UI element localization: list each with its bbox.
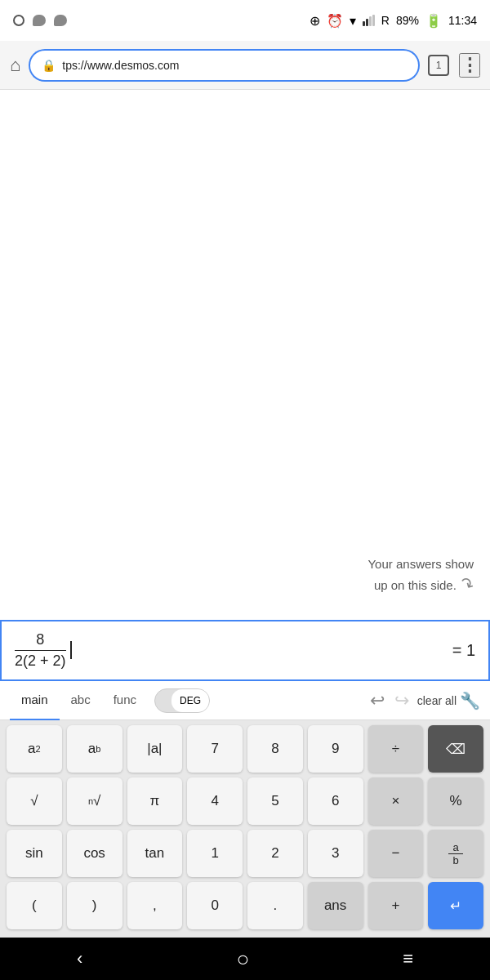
undo-button[interactable]: ↩ [365,690,390,711]
home-button[interactable]: ⌂ [10,55,20,76]
signal-icon [363,15,375,26]
navigation-bar: ‹ ○ ≡ [0,938,490,980]
alarm-icon: ⏰ [327,13,343,29]
status-bar: ⊕ ⏰ ▾ R 89% 🔋 11:34 [0,0,490,41]
status-bar-left [13,15,67,26]
key-2[interactable]: 2 [247,830,303,877]
tab-count-badge[interactable]: 1 [428,55,449,76]
key-nth-root[interactable]: n√ [67,777,122,825]
status-bar-right: ⊕ ⏰ ▾ R 89% 🔋 11:34 [310,13,477,29]
lock-icon: 🔒 [42,59,56,72]
key-abs[interactable]: |a| [127,725,183,773]
key-cos[interactable]: cos [67,830,122,877]
key-open-paren[interactable]: ( [7,882,62,929]
settings-button[interactable]: 🔧 [460,691,480,710]
tab-abc[interactable]: abc [60,681,102,720]
hint-text: Your answers show up on this side. ↷ [368,555,474,595]
graph-area: Your answers show up on this side. ↷ [0,90,490,620]
hint-arrow-icon: ↷ [455,570,479,597]
key-8[interactable]: 8 [247,725,303,773]
key-plus[interactable]: + [368,882,424,929]
keyboard-tabs-bar: main abc func DEG ↩ ↪ clear all 🔧 [0,681,490,720]
key-a-to-b[interactable]: ab [67,725,122,773]
key-ans[interactable]: ans [308,882,363,929]
home-nav-button[interactable]: ○ [220,940,265,978]
tab-func[interactable]: func [102,681,148,720]
redo-button[interactable]: ↪ [390,690,414,711]
fraction-icon: a b [448,841,463,866]
fraction-display: 8 2(2 + 2) [15,631,66,670]
key-6[interactable]: 6 [308,777,363,825]
key-4[interactable]: 4 [187,777,243,825]
key-3[interactable]: 3 [308,830,363,877]
key-close-paren[interactable]: ) [67,882,122,929]
cursor [70,641,72,659]
browser-chrome: ⌂ 🔒 tps://www.desmos.com 1 ⋮ [0,41,490,90]
keyboard-row-3: sin cos tan 1 2 3 − a b [7,830,483,877]
deg-option: DEG [172,689,209,712]
more-options-button[interactable]: ⋮ [459,53,480,78]
expression-result: = 1 [452,641,475,660]
key-multiply[interactable]: × [368,777,424,825]
keyboard-area: main abc func DEG ↩ ↪ clear all 🔧 a2 ab … [0,681,490,938]
bubble1-icon [33,15,46,26]
bubble2-icon [54,15,67,26]
key-enter[interactable]: ↵ [428,882,483,929]
tab-main[interactable]: main [10,681,60,720]
fraction-denominator: 2(2 + 2) [15,651,66,670]
key-pi[interactable]: π [127,777,183,825]
deg-toggle[interactable]: DEG [154,688,210,713]
key-tan[interactable]: tan [127,830,183,877]
key-backspace[interactable]: ⌫ [428,725,483,773]
key-5[interactable]: 5 [247,777,303,825]
key-sin[interactable]: sin [7,830,62,877]
wifi-icon: ▾ [350,13,356,29]
rad-option [155,689,172,712]
key-decimal[interactable]: . [247,882,303,929]
notification-dot-icon [13,15,24,26]
expression-display: 8 2(2 + 2) [15,631,72,670]
key-7[interactable]: 7 [187,725,243,773]
clear-all-button[interactable]: clear all [417,694,457,707]
key-a-squared[interactable]: a2 [7,725,62,773]
main-content: Your answers show up on this side. ↷ 8 2… [0,90,490,681]
key-percent[interactable]: % [428,777,483,825]
fraction-numerator: 8 [36,631,44,650]
key-1[interactable]: 1 [187,830,243,877]
key-minus[interactable]: − [368,830,424,877]
menu-button[interactable]: ≡ [386,942,430,976]
carrier-label: R [381,14,390,27]
address-bar[interactable]: 🔒 tps://www.desmos.com [30,51,418,80]
battery-percent: 89% [396,14,419,27]
key-0[interactable]: 0 [187,882,243,929]
keyboard-row-1: a2 ab |a| 7 8 9 ÷ ⌫ [7,725,483,773]
charging-icon: ⊕ [310,13,320,29]
key-divide[interactable]: ÷ [368,725,424,773]
key-fraction[interactable]: a b [428,830,483,877]
key-9[interactable]: 9 [308,725,363,773]
keyboard-row-4: ( ) , 0 . ans + ↵ [7,882,483,929]
key-comma[interactable]: , [127,882,183,929]
battery-icon: 🔋 [425,13,442,29]
keyboard-row-2: √ n√ π 4 5 6 × % [7,777,483,825]
keyboard-keys: a2 ab |a| 7 8 9 ÷ ⌫ √ n√ π 4 5 6 × % sin… [0,720,490,934]
expression-input-area[interactable]: 8 2(2 + 2) = 1 [0,620,490,682]
back-button[interactable]: ‹ [60,942,99,976]
url-text: tps://www.desmos.com [62,59,179,72]
time-display: 11:34 [448,14,477,27]
key-sqrt[interactable]: √ [7,777,62,825]
